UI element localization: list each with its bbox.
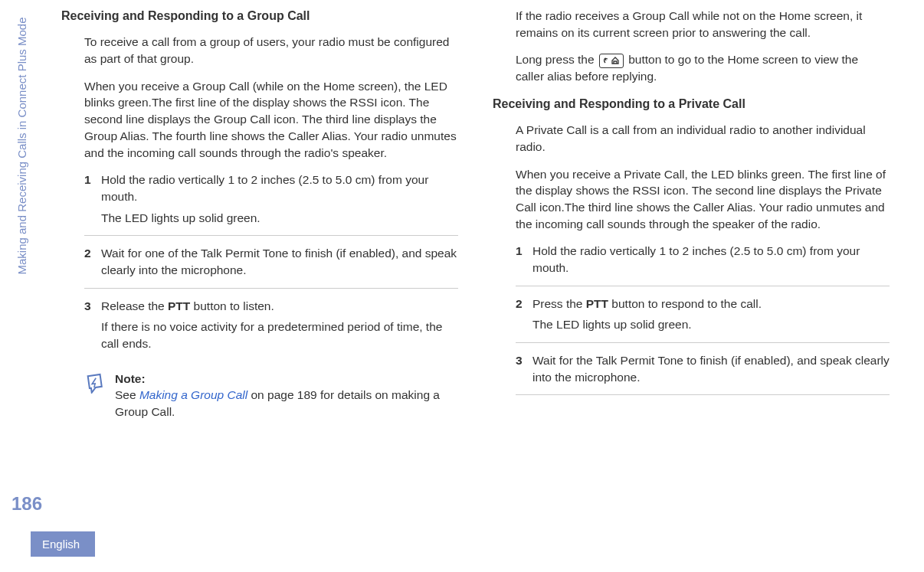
step-1: 1 Hold the radio vertically 1 to 2 inche… [516, 243, 890, 286]
step-2: 2 Wait for one of the Talk Permit Tone t… [84, 245, 458, 288]
step-number: 3 [516, 352, 532, 385]
step-line: The LED lights up solid green. [101, 210, 458, 227]
heading-group-call: Receiving and Responding to a Group Call [61, 8, 458, 25]
step-line: Wait for one of the Talk Permit Tone to … [101, 245, 458, 278]
link-making-group-call[interactable]: Making a Group Call [139, 388, 247, 401]
step-2: 2 Press the PTT button to respond to the… [516, 296, 890, 343]
step-number: 1 [516, 243, 532, 276]
step-text: Wait for the Talk Permit Tone to finish … [532, 352, 890, 385]
para: When you receive a Group Call (while on … [84, 78, 458, 161]
note-text: See Making a Group Call on page 189 for … [115, 387, 458, 420]
para: Long press the button to go to the Home … [516, 51, 890, 84]
language-tab: English [31, 531, 95, 557]
step-text: Wait for one of the Talk Permit Tone to … [101, 245, 458, 278]
para: When you receive a Private Call, the LED… [516, 166, 890, 233]
step-number: 3 [84, 298, 101, 352]
content-area: Receiving and Responding to a Group Call… [46, 0, 924, 572]
page: Making and Receiving Calls in Connect Pl… [0, 0, 924, 572]
section-label: Making and Receiving Calls in Connect Pl… [15, 17, 28, 274]
step-number: 1 [84, 172, 101, 226]
step-line: Release the PTT button to listen. [101, 298, 458, 315]
step-text: Press the PTT button to respond to the c… [532, 296, 890, 333]
step-3: 3 Release the PTT button to listen. If t… [84, 298, 458, 361]
step-1: 1 Hold the radio vertically 1 to 2 inche… [84, 172, 458, 236]
note-label: Note: [115, 371, 458, 387]
left-margin: Making and Receiving Calls in Connect Pl… [0, 0, 46, 572]
note-content: Note: See Making a Group Call on page 18… [115, 371, 458, 420]
page-number: 186 [11, 493, 42, 515]
step-line: Hold the radio vertically 1 to 2 inches … [101, 172, 458, 204]
step-text: Hold the radio vertically 1 to 2 inches … [532, 243, 890, 276]
home-button-icon [599, 54, 624, 69]
step-text: Hold the radio vertically 1 to 2 inches … [101, 172, 458, 226]
column-left: Receiving and Responding to a Group Call… [61, 8, 458, 557]
step-text: Release the PTT button to listen. If the… [101, 298, 458, 352]
step-line: The LED lights up solid green. [532, 316, 890, 333]
step-line: Press the PTT button to respond to the c… [532, 296, 890, 312]
step-number: 2 [516, 296, 532, 333]
heading-private-call: Receiving and Responding to a Private Ca… [493, 96, 890, 113]
step-line: Hold the radio vertically 1 to 2 inches … [532, 243, 890, 276]
step-number: 2 [84, 245, 101, 278]
para: If the radio receives a Group Call while… [516, 8, 890, 41]
step-3: 3 Wait for the Talk Permit Tone to finis… [516, 352, 890, 395]
note-block: Note: See Making a Group Call on page 18… [84, 371, 458, 420]
step-line: If there is no voice activity for a pred… [101, 319, 458, 351]
column-right: If the radio receives a Group Call while… [493, 8, 890, 557]
para: A Private Call is a call from an individ… [516, 122, 890, 155]
para: To receive a call from a group of users,… [84, 34, 458, 67]
step-line: Wait for the Talk Permit Tone to finish … [532, 352, 890, 385]
note-icon [84, 372, 106, 398]
